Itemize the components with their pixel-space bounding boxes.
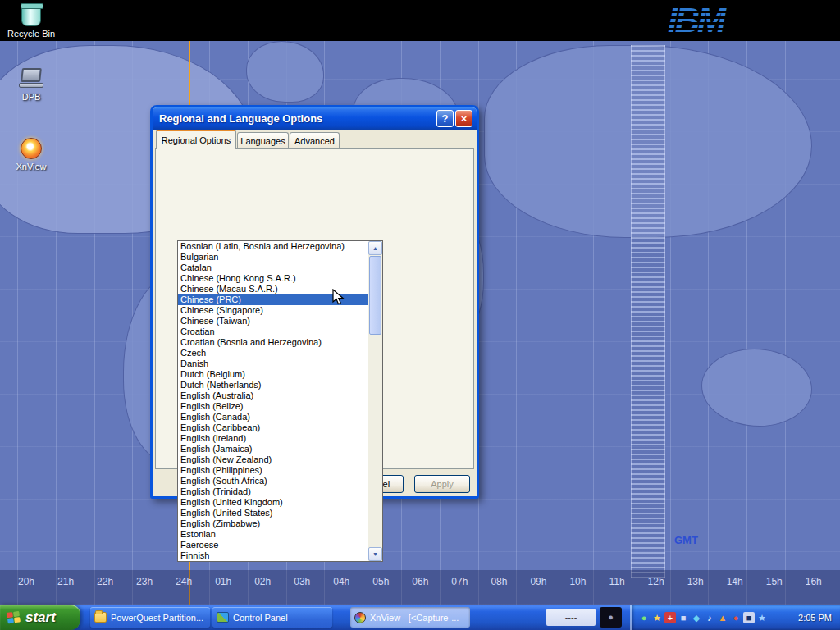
language-option[interactable]: Czech bbox=[178, 348, 368, 358]
language-option[interactable]: English (South Africa) bbox=[178, 476, 368, 486]
tray-volume-icon[interactable]: ♪ bbox=[704, 612, 715, 623]
tab-advanced[interactable]: Advanced bbox=[290, 132, 340, 149]
tray-safely-remove-icon[interactable]: ● bbox=[638, 612, 650, 623]
task-button-powerquest[interactable]: PowerQuest Partition... bbox=[90, 607, 210, 628]
hour-label: 04h bbox=[333, 576, 349, 587]
language-option[interactable]: Dutch (Netherlands) bbox=[178, 380, 368, 390]
hour-label: 15h bbox=[766, 576, 783, 587]
xnview-shortcut[interactable]: XnView bbox=[2, 138, 61, 171]
language-option[interactable]: English (New Zealand) bbox=[178, 454, 368, 465]
hour-label: 08h bbox=[491, 576, 507, 587]
help-button[interactable]: ? bbox=[436, 110, 454, 127]
hour-label: 09h bbox=[530, 576, 546, 587]
windows-flag-icon bbox=[7, 610, 21, 625]
language-option[interactable]: Faeroese bbox=[178, 540, 368, 550]
hour-label: 23h bbox=[136, 576, 153, 587]
language-option[interactable]: Bulgarian bbox=[178, 252, 368, 262]
language-option[interactable]: Estonian bbox=[178, 529, 368, 540]
tray-icons: ●★+■◆♪▲●■★ bbox=[638, 612, 798, 623]
language-option[interactable]: English (Belize) bbox=[178, 401, 368, 412]
language-option[interactable]: Croatian (Bosnia and Herzegovina) bbox=[178, 337, 368, 348]
tab-languages[interactable]: Languages bbox=[237, 132, 289, 149]
language-option[interactable]: Chinese (Hong Kong S.A.R.) bbox=[178, 273, 368, 284]
xnview-label: XnView bbox=[2, 162, 61, 171]
close-button[interactable]: × bbox=[455, 110, 472, 127]
language-option[interactable]: Dutch (Belgium) bbox=[178, 369, 368, 380]
language-option[interactable]: English (Trinidad) bbox=[178, 486, 368, 497]
language-option[interactable]: Bosnian (Latin, Bosnia and Herzegovina) bbox=[178, 241, 368, 252]
dialog-title: Regional and Language Options bbox=[159, 112, 435, 125]
hour-label: 21h bbox=[57, 576, 74, 587]
hour-label: 24h bbox=[176, 576, 192, 587]
hour-label: 13h bbox=[687, 576, 704, 587]
hour-label: 06h bbox=[412, 576, 428, 587]
taskbar-unknown-app-icon[interactable]: ● bbox=[600, 607, 622, 628]
xnview-icon bbox=[21, 138, 42, 159]
ibm-logo-stripes bbox=[668, 2, 766, 39]
folder-icon bbox=[94, 612, 107, 623]
language-option[interactable]: Catalan bbox=[178, 262, 368, 273]
language-option[interactable]: English (Zimbabwe) bbox=[178, 518, 368, 529]
tray-security-icon[interactable]: ★ bbox=[756, 612, 768, 623]
tray-update-icon[interactable]: + bbox=[664, 612, 676, 623]
tray-messenger-icon[interactable]: ● bbox=[730, 612, 742, 623]
xnview-icon bbox=[354, 612, 366, 623]
tab-regional-options[interactable]: Regional Options bbox=[156, 130, 236, 149]
tray-network-icon[interactable]: ◆ bbox=[691, 612, 702, 623]
mouse-cursor-icon bbox=[332, 289, 347, 308]
language-option[interactable]: English (United Kingdom) bbox=[178, 497, 368, 508]
language-option[interactable]: Danish bbox=[178, 358, 368, 369]
tray-scheduler-icon[interactable]: ▲ bbox=[717, 612, 728, 623]
task-button-control-panel[interactable]: Control Panel bbox=[212, 607, 332, 628]
ibm-logo: IBM bbox=[668, 2, 766, 39]
language-option[interactable]: English (Australia) bbox=[178, 390, 368, 401]
tray-antivirus-icon[interactable]: ★ bbox=[651, 612, 663, 623]
laptop-icon bbox=[19, 68, 43, 89]
language-option[interactable]: English (Jamaica) bbox=[178, 444, 368, 454]
task-label: Control Panel bbox=[233, 613, 288, 623]
recycle-bin-icon bbox=[21, 5, 41, 26]
map-landmass bbox=[701, 349, 812, 427]
dialog-titlebar[interactable]: Regional and Language Options ? × bbox=[153, 107, 477, 130]
desktop-top-strip: IBM Recycle Bin bbox=[0, 0, 840, 41]
recycle-bin-shortcut[interactable]: Recycle Bin bbox=[2, 5, 61, 39]
start-button[interactable]: start bbox=[0, 605, 80, 630]
hour-label: 01h bbox=[215, 576, 231, 587]
tray-power-icon[interactable]: ■ bbox=[743, 612, 755, 623]
scrollbar-thumb[interactable] bbox=[369, 256, 381, 335]
task-button-xnview[interactable]: XnView - [<Capture-... bbox=[350, 607, 470, 628]
hour-label: 10h bbox=[569, 576, 586, 587]
language-option[interactable]: English (Philippines) bbox=[178, 465, 368, 476]
language-option[interactable]: English (Canada) bbox=[178, 412, 368, 422]
task-label: PowerQuest Partition... bbox=[111, 613, 203, 623]
scroll-down-icon[interactable]: ▼ bbox=[368, 547, 382, 561]
language-option[interactable]: English (United States) bbox=[178, 508, 368, 518]
language-option[interactable]: Croatian bbox=[178, 326, 368, 337]
scroll-up-icon[interactable]: ▲ bbox=[368, 241, 382, 255]
hour-label: 11h bbox=[609, 576, 624, 587]
hour-label: 12h bbox=[648, 576, 664, 587]
language-option[interactable]: Chinese (Taiwan) bbox=[178, 316, 368, 326]
language-dropdown-list: Bosnian (Latin, Bosnia and Herzegovina)B… bbox=[177, 240, 383, 562]
hour-label: 22h bbox=[97, 576, 113, 587]
apply-button: Apply bbox=[414, 475, 470, 493]
dpb-shortcut[interactable]: DPB bbox=[2, 68, 61, 102]
map-landmass bbox=[246, 41, 324, 103]
taskbar: start PowerQuest Partition... Control Pa… bbox=[0, 605, 840, 630]
task-label: XnView - [<Capture-... bbox=[370, 613, 459, 623]
control-panel-icon bbox=[217, 612, 229, 623]
start-label: start bbox=[25, 609, 56, 626]
tray-display-icon[interactable]: ■ bbox=[678, 612, 689, 623]
list-scrollbar[interactable]: ▲ ▼ bbox=[368, 241, 382, 561]
hour-label: 03h bbox=[294, 576, 310, 587]
language-option[interactable]: English (Ireland) bbox=[178, 433, 368, 444]
hour-label: 14h bbox=[727, 576, 743, 587]
taskbar-dashes-button[interactable]: ---- bbox=[546, 609, 596, 626]
dpb-label: DPB bbox=[2, 92, 61, 102]
hour-label: 05h bbox=[372, 576, 389, 587]
timezone-hour-labels: 20h21h22h23h24h01h02h03h04h05h06h07h08h0… bbox=[18, 576, 822, 587]
hour-label: 16h bbox=[806, 576, 822, 587]
language-option[interactable]: English (Caribbean) bbox=[178, 422, 368, 433]
language-option[interactable]: Finnish bbox=[178, 550, 368, 561]
hour-label: 07h bbox=[451, 576, 468, 587]
